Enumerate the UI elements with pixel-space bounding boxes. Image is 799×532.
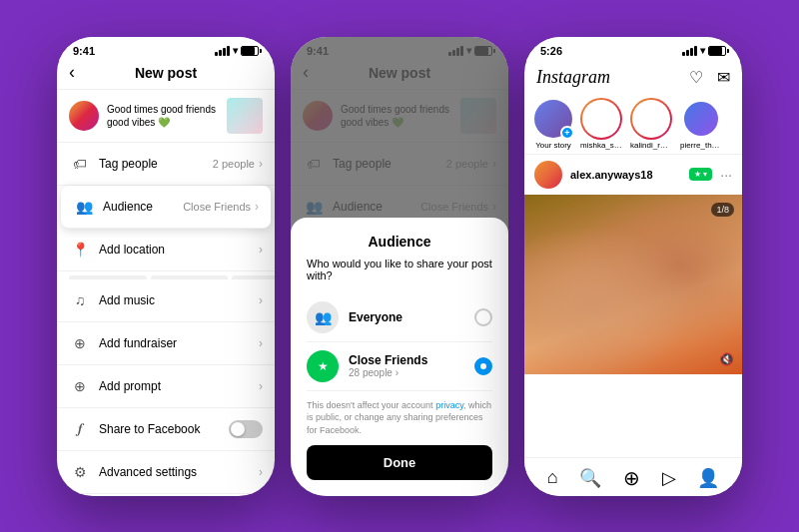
prompt-chevron: › bbox=[259, 379, 263, 393]
facebook-label: Share to Facebook bbox=[99, 422, 229, 436]
post-thumbnail-left bbox=[227, 98, 263, 134]
feed-avatar bbox=[534, 161, 562, 189]
status-icons-right: ▾ bbox=[682, 45, 726, 56]
nav-home-icon[interactable]: ⌂ bbox=[547, 467, 558, 488]
close-friends-name: Close Friends bbox=[349, 353, 474, 367]
nav-reels-icon[interactable]: ▷ bbox=[662, 467, 676, 489]
star-badge-icon: ★ bbox=[694, 170, 701, 179]
radio-everyone[interactable] bbox=[474, 308, 492, 326]
status-bar-right: 5:26 ▾ bbox=[524, 37, 742, 61]
dialog-subtitle: Who would you like to share your post wi… bbox=[307, 258, 492, 281]
story-label-mishka: mishka_songs bbox=[580, 141, 622, 150]
ig-header: Instagram ♡ ✉ bbox=[524, 61, 742, 96]
story-ring-mishka bbox=[580, 98, 622, 140]
more-options-icon[interactable]: ··· bbox=[720, 167, 732, 183]
phone-left: 9:41 ▾ ‹ New post Good times good friend… bbox=[57, 37, 275, 496]
story-pierre[interactable]: pierre_theco... bbox=[680, 100, 722, 150]
dialog-box: Audience Who would you like to share you… bbox=[291, 218, 508, 496]
prompt-label: Add prompt bbox=[99, 379, 259, 393]
tag-value: 2 people bbox=[213, 158, 255, 170]
fundraiser-icon: ⊕ bbox=[69, 332, 91, 354]
feed-username: alex.anyways18 bbox=[570, 169, 689, 181]
wifi-right: ▾ bbox=[700, 45, 705, 56]
wifi-left: ▾ bbox=[233, 45, 238, 56]
story-mishka[interactable]: mishka_songs bbox=[580, 100, 622, 150]
fundraiser-chevron: › bbox=[259, 336, 263, 350]
tag-icon: 🏷 bbox=[69, 153, 91, 175]
people-icon: 👥 bbox=[307, 301, 339, 333]
time-right: 5:26 bbox=[540, 45, 562, 57]
volume-icon[interactable]: 🔇 bbox=[719, 352, 734, 366]
close-friends-sub: 28 people › bbox=[349, 367, 474, 378]
tag-chevron: › bbox=[259, 157, 263, 171]
menu-prompt[interactable]: ⊕ Add prompt › bbox=[57, 365, 275, 408]
fundraiser-label: Add fundraiser bbox=[99, 336, 259, 350]
nav-add-icon[interactable]: ⊕ bbox=[623, 466, 640, 490]
tag-label: Tag people bbox=[99, 157, 213, 171]
battery-right bbox=[708, 46, 726, 56]
stories-row: + Your story mishka_songs k bbox=[524, 96, 742, 154]
story-your[interactable]: + Your story bbox=[534, 100, 572, 150]
signal-right bbox=[682, 46, 697, 56]
audience-option-close-friends[interactable]: ★ Close Friends 28 people › bbox=[307, 342, 492, 391]
heart-icon[interactable]: ♡ bbox=[689, 68, 703, 87]
menu-location[interactable]: 📍 Add location › bbox=[57, 229, 275, 271]
time-left: 9:41 bbox=[73, 45, 95, 57]
phone-middle: 9:41 ▾ ‹ New post Good times good friend… bbox=[291, 37, 508, 496]
dialog-title: Audience bbox=[307, 234, 492, 250]
status-bar-left: 9:41 ▾ bbox=[57, 37, 275, 61]
radio-close-friends[interactable] bbox=[474, 357, 492, 375]
audience-option-everyone[interactable]: 👥 Everyone bbox=[307, 293, 492, 342]
screen-middle: 9:41 ▾ ‹ New post Good times good friend… bbox=[291, 37, 508, 496]
menu-facebook[interactable]: 𝒇 Share to Facebook bbox=[57, 408, 275, 451]
location-icon: 📍 bbox=[69, 239, 91, 261]
done-button[interactable]: Done bbox=[307, 445, 492, 480]
audience-value: Close Friends bbox=[183, 201, 251, 213]
location-chevron: › bbox=[259, 243, 263, 257]
everyone-text: Everyone bbox=[349, 310, 474, 324]
feed-post-header: alex.anyways18 ★ ▾ ··· bbox=[524, 155, 742, 195]
nav-search-icon[interactable]: 🔍 bbox=[579, 467, 601, 489]
bottom-nav: ⌂ 🔍 ⊕ ▷ 👤 bbox=[524, 457, 742, 496]
story-avatar-pierre bbox=[684, 102, 718, 136]
dialog-note: This doesn't affect your account privacy… bbox=[307, 399, 492, 437]
story-kalindi[interactable]: kalindi_rainb... bbox=[630, 100, 672, 150]
status-icons-left: ▾ bbox=[215, 45, 259, 56]
everyone-name: Everyone bbox=[349, 310, 474, 324]
star-icon: ★ bbox=[307, 350, 339, 382]
story-label-pierre: pierre_theco... bbox=[680, 141, 722, 150]
menu-advanced-settings[interactable]: ⚙ Advanced settings › bbox=[57, 451, 275, 494]
signal-left bbox=[215, 46, 230, 56]
messenger-icon[interactable]: ✉ bbox=[717, 68, 730, 87]
title-left: New post bbox=[135, 65, 197, 81]
prompt-icon: ⊕ bbox=[69, 375, 91, 397]
music-chevron: › bbox=[259, 293, 263, 307]
menu-audience[interactable]: 👥 Audience Close Friends › bbox=[61, 186, 271, 229]
nav-profile-icon[interactable]: 👤 bbox=[697, 467, 719, 489]
user-avatar-left bbox=[69, 101, 99, 131]
audience-label: Audience bbox=[103, 200, 183, 214]
phone-right: 5:26 ▾ Instagram ♡ ✉ bbox=[524, 37, 742, 496]
facebook-icon: 𝒇 bbox=[69, 418, 91, 440]
settings-label: Advanced settings bbox=[99, 465, 259, 479]
menu-tag-people[interactable]: 🏷 Tag people 2 people › bbox=[57, 143, 275, 186]
hands-photo bbox=[524, 195, 742, 374]
back-button-left[interactable]: ‹ bbox=[69, 62, 75, 83]
settings-icon: ⚙ bbox=[69, 461, 91, 483]
dialog-overlay[interactable]: Audience Who would you like to share you… bbox=[291, 37, 508, 496]
audience-chevron: › bbox=[255, 200, 259, 214]
header-left: ‹ New post bbox=[57, 61, 275, 90]
menu-music[interactable]: ♫ Add music › bbox=[57, 279, 275, 322]
location-tags: Hollywood Sign Hollywood Hills Los Angel… bbox=[57, 271, 275, 279]
plus-badge: + bbox=[560, 126, 574, 140]
battery-left bbox=[241, 46, 259, 56]
phones-container: 9:41 ▾ ‹ New post Good times good friend… bbox=[37, 17, 762, 516]
story-label-kalindi: kalindi_rainb... bbox=[630, 141, 672, 150]
facebook-toggle[interactable] bbox=[229, 420, 263, 438]
image-counter: 1/8 bbox=[711, 203, 734, 217]
menu-fundraiser[interactable]: ⊕ Add fundraiser › bbox=[57, 322, 275, 365]
feed-image: 1/8 🔇 bbox=[524, 195, 742, 374]
close-friends-text: Close Friends 28 people › bbox=[349, 353, 474, 378]
your-story-label: Your story bbox=[535, 141, 571, 150]
post-preview-left: Good times good friends good vibes 💚 bbox=[57, 90, 275, 143]
